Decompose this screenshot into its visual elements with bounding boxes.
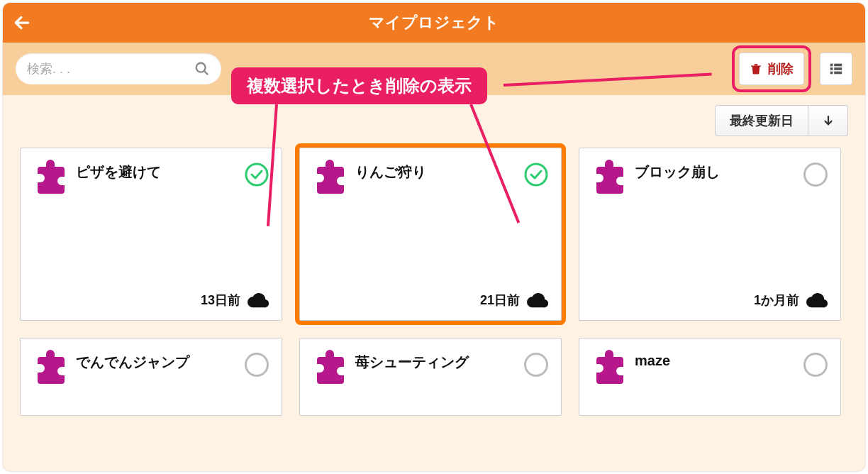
puzzle-icon — [592, 160, 626, 194]
project-card[interactable]: ブロック崩し1か月前 — [579, 148, 841, 321]
select-toggle[interactable] — [803, 162, 828, 187]
cloud-icon — [247, 292, 269, 308]
select-toggle[interactable] — [245, 353, 269, 377]
page-title: マイプロジェクト — [369, 12, 499, 33]
cloud-icon — [527, 292, 548, 308]
puzzle-icon — [592, 350, 626, 384]
project-card[interactable]: maze — [579, 338, 841, 416]
cloud-icon — [806, 292, 828, 308]
card-footer: 1か月前 — [592, 292, 828, 309]
app-window: マイプロジェクト 削除 — [3, 3, 865, 471]
project-card[interactable]: りんご狩り 21日前 — [299, 148, 562, 321]
delete-highlight-annotation: 削除 — [732, 45, 811, 92]
project-title: ブロック崩し — [635, 160, 795, 182]
annotation-text: 複数選択したとき削除の表示 — [247, 76, 472, 95]
header-bar: マイプロジェクト — [3, 3, 865, 43]
arrow-down-icon — [822, 114, 835, 127]
sort-field-button[interactable]: 最終更新日 — [715, 105, 808, 136]
view-toggle-button[interactable] — [820, 53, 852, 85]
project-title: maze — [635, 350, 795, 369]
sort-label: 最終更新日 — [730, 112, 794, 129]
project-age: 21日前 — [480, 292, 520, 309]
check-circle-icon — [524, 162, 548, 187]
delete-button[interactable]: 削除 — [739, 53, 804, 85]
svg-rect-3 — [830, 64, 833, 67]
svg-point-11 — [525, 164, 547, 185]
select-toggle[interactable] — [245, 162, 269, 187]
sort-direction-button[interactable] — [808, 105, 848, 136]
project-age: 13日前 — [201, 292, 240, 309]
puzzle-icon — [313, 160, 347, 194]
project-card[interactable]: ピザを避けて 13日前 — [20, 148, 282, 321]
project-age: 1か月前 — [754, 292, 799, 309]
back-button[interactable] — [13, 3, 31, 43]
annotation-callout: 複数選択したとき削除の表示 — [231, 67, 487, 104]
svg-line-2 — [204, 71, 208, 75]
card-footer: 21日前 — [313, 292, 548, 309]
project-title: りんご狩り — [355, 160, 516, 182]
svg-point-1 — [196, 63, 206, 72]
svg-rect-8 — [834, 72, 842, 75]
select-toggle[interactable] — [803, 353, 828, 377]
puzzle-icon — [313, 350, 347, 384]
project-card[interactable]: 苺シューティング — [299, 338, 562, 416]
select-toggle[interactable] — [524, 353, 548, 377]
trash-icon — [750, 62, 762, 76]
svg-rect-5 — [830, 67, 833, 70]
svg-rect-4 — [834, 64, 842, 67]
svg-point-10 — [246, 164, 267, 185]
arrow-left-icon — [13, 13, 31, 32]
search-field[interactable] — [16, 53, 221, 84]
search-icon — [194, 61, 210, 77]
puzzle-icon — [33, 350, 67, 384]
project-card[interactable]: でんでんジャンプ — [20, 338, 282, 416]
search-input[interactable] — [27, 62, 194, 77]
project-title: 苺シューティング — [355, 350, 516, 372]
select-toggle[interactable] — [524, 162, 548, 187]
delete-label: 削除 — [768, 60, 794, 77]
card-footer: 13日前 — [33, 292, 269, 309]
check-circle-icon — [245, 162, 269, 187]
svg-rect-6 — [834, 67, 842, 70]
project-title: でんでんジャンプ — [76, 350, 236, 372]
puzzle-icon — [33, 160, 67, 194]
list-view-icon — [828, 61, 844, 77]
project-title: ピザを避けて — [76, 160, 236, 182]
svg-rect-7 — [830, 72, 833, 75]
projects-grid: ピザを避けて 13日前 りんご狩り 21日前 ブロック崩し1か月前 でんでんジャ… — [3, 142, 865, 421]
